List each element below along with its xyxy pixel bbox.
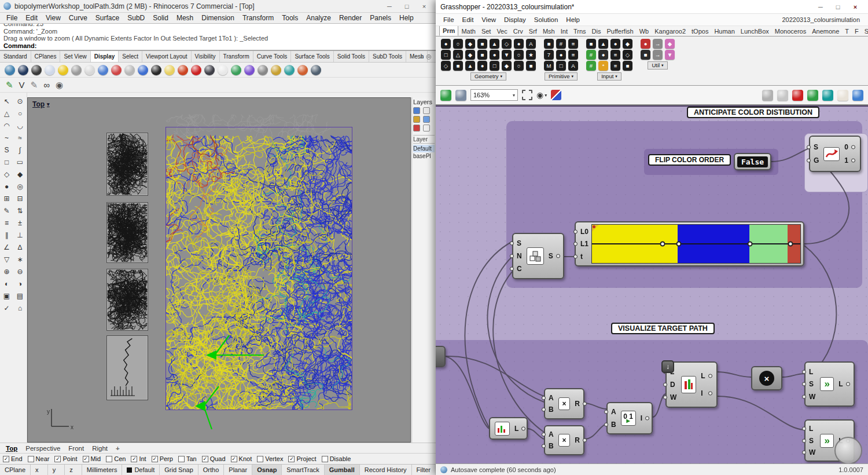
camera-icon[interactable] [777, 90, 788, 101]
sidebar-tool-icon[interactable]: ⊕ [3, 268, 9, 276]
sidebar-tool-icon[interactable]: ⊖ [17, 268, 23, 276]
sidebar-tool-icon[interactable]: ± [18, 219, 22, 227]
sidebar-tool-icon[interactable]: S [4, 146, 9, 154]
layer-panel-icon[interactable] [423, 116, 430, 123]
sphere-yellow-icon[interactable] [58, 65, 68, 75]
checkbox[interactable] [231, 456, 237, 462]
layer-panel-icon[interactable] [413, 116, 420, 123]
component-tab[interactable]: Math [458, 27, 478, 36]
surface-icon[interactable] [244, 65, 255, 75]
osnap-toggle[interactable]: Quad [202, 455, 226, 462]
menu-item[interactable]: File [439, 16, 458, 24]
sidebar-tool-icon[interactable]: ◎ [17, 182, 23, 191]
component-icon[interactable]: ▲ [465, 61, 475, 71]
input-param[interactable]: L1 [580, 240, 589, 247]
component-icon[interactable]: ● [598, 50, 608, 60]
gradient-editor[interactable] [591, 224, 801, 264]
component-tab[interactable]: S [862, 27, 868, 36]
osnap-toggle[interactable]: Point [54, 455, 77, 462]
component-icon[interactable]: ◇ [441, 61, 451, 71]
sidebar-tool-icon[interactable]: □ [5, 158, 9, 166]
minimize-button[interactable]: ─ [812, 2, 829, 12]
component-icon[interactable]: ● [441, 39, 451, 49]
component-icon[interactable]: ▲ [598, 39, 608, 49]
input-param[interactable]: L0 [580, 228, 589, 235]
sidebar-tool-icon[interactable]: ○ [18, 109, 22, 118]
checkbox[interactable] [152, 456, 158, 462]
component-icon[interactable]: ◆ [465, 50, 475, 60]
sidebar-tool-icon[interactable]: ↖ [3, 97, 9, 105]
download-mini-component[interactable]: ↓ [661, 360, 674, 373]
relay-component[interactable] [436, 346, 446, 367]
output-param[interactable]: R [575, 400, 580, 407]
sphere-black-icon[interactable] [151, 65, 161, 75]
pattern-thumbnail[interactable] [106, 202, 148, 263]
component-icon[interactable]: ■ [641, 50, 650, 60]
status-segment[interactable]: Osnap [252, 465, 282, 475]
status-segment[interactable]: Gumball [325, 465, 360, 475]
osnap-toggle[interactable]: Tan [178, 455, 197, 462]
sidebar-tool-icon[interactable]: ⊙ [17, 97, 23, 105]
box-icon[interactable] [218, 65, 228, 75]
component-icon[interactable]: ◆ [465, 39, 475, 49]
checkbox[interactable] [54, 456, 61, 462]
sidebar-tool-icon[interactable]: ▽ [4, 255, 9, 264]
toolbar-tab[interactable]: Surface Tools [291, 51, 333, 62]
component-tab[interactable]: Srf [526, 27, 540, 36]
curve-icon[interactable] [231, 65, 241, 75]
output-param[interactable]: I [641, 415, 642, 422]
palette-group-label[interactable]: Geometry▾ [470, 72, 506, 81]
component-icon[interactable]: ● [514, 39, 524, 49]
menu-item[interactable]: Tools [278, 13, 302, 23]
component-icon[interactable]: ≡ [568, 39, 578, 49]
shift-component[interactable]: LSW » L [804, 361, 855, 407]
sidebar-tool-icon[interactable]: ◠ [3, 122, 9, 130]
input-param[interactable]: L [809, 425, 815, 432]
gradient-component[interactable]: L0L1t [575, 221, 804, 266]
gradient-handle[interactable] [748, 242, 753, 247]
menu-item[interactable]: Edit [458, 16, 478, 24]
toolbar-tab[interactable]: Curve Tools [253, 51, 292, 62]
component-tab[interactable]: Dis [589, 27, 604, 36]
record-icon[interactable] [792, 90, 803, 101]
component-icon[interactable]: ■ [526, 61, 536, 71]
checkbox[interactable] [3, 456, 9, 462]
component-tab[interactable]: Msh [540, 27, 558, 36]
osnap-toggle[interactable]: Mid [83, 455, 101, 462]
toolbar-tab[interactable]: Visibility [192, 51, 220, 62]
output-param[interactable]: S [549, 253, 553, 260]
layer-panel-icon[interactable] [413, 107, 420, 114]
preview-mesh-icon[interactable] [807, 90, 818, 101]
component-icon[interactable]: △ [453, 50, 463, 60]
random-component[interactable]: SNC S [512, 233, 564, 279]
menu-item[interactable]: Help [395, 13, 418, 23]
checkbox[interactable] [257, 456, 263, 462]
lens-icon[interactable]: ◉ [56, 81, 63, 89]
component-tab[interactable]: tOpos [689, 27, 711, 36]
osnap-toggle[interactable]: Project [288, 455, 316, 462]
sidebar-tool-icon[interactable]: ▣ [3, 292, 10, 300]
document-selector[interactable]: 20220313_coloursimulation [782, 16, 865, 23]
osnap-toggle[interactable]: Disable [322, 455, 351, 462]
input-param[interactable]: W [809, 393, 815, 400]
save-file-icon[interactable] [455, 90, 466, 101]
menu-item[interactable]: View [477, 16, 500, 24]
toolbar-tab[interactable]: SubD Tools [369, 51, 406, 62]
input-param[interactable]: C [517, 265, 522, 272]
open-file-icon[interactable] [440, 90, 451, 101]
component-icon[interactable]: ◆ [502, 61, 512, 71]
menu-item[interactable]: Display [500, 16, 530, 24]
command-area[interactable]: Command: 23 Command: '_Zoom Drag a windo… [0, 23, 436, 51]
sidebar-tool-icon[interactable]: ∠ [3, 243, 10, 251]
toolbar-tab[interactable]: Set View [60, 51, 90, 62]
input-param[interactable]: W [670, 394, 676, 401]
output-param[interactable]: L [838, 381, 843, 388]
input-param[interactable]: W [809, 449, 815, 456]
zoom-select[interactable]: 163%▾ [470, 89, 518, 101]
input-param[interactable]: S [809, 437, 815, 444]
toolbar-tab[interactable]: Solid Tools [334, 51, 369, 62]
component-icon[interactable]: ● [477, 61, 487, 71]
sidebar-tool-icon[interactable]: ∆ [18, 243, 22, 251]
status-segment[interactable]: Filter [412, 465, 436, 475]
input-param[interactable]: S [814, 144, 819, 151]
